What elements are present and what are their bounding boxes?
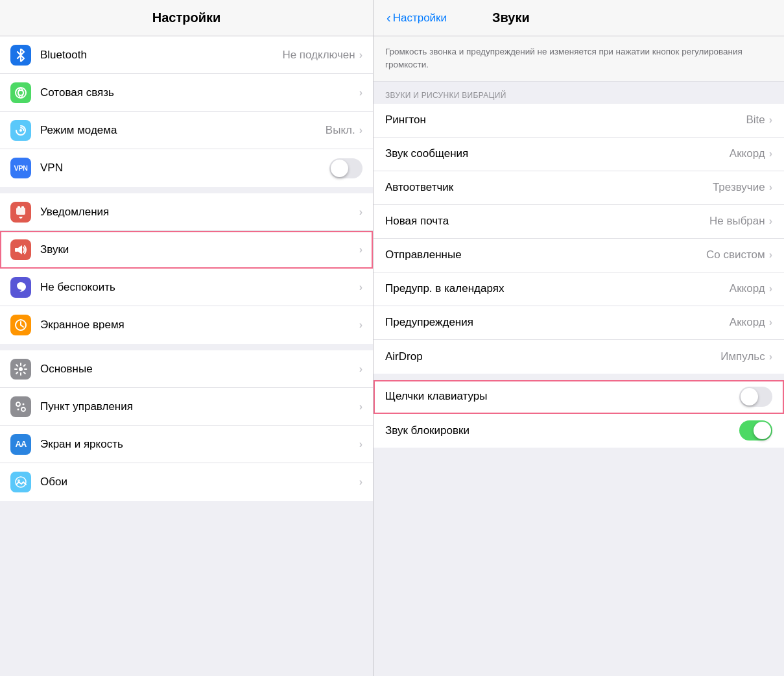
settings-item-dnd[interactable]: Не беспокоить ›	[0, 269, 373, 306]
settings-item-display[interactable]: AA Экран и яркость ›	[0, 426, 373, 463]
svg-point-13	[23, 403, 25, 405]
lock-sound-label: Звук блокировки	[385, 424, 739, 437]
spacer-1	[0, 187, 373, 193]
sounds-detail-panel: ‹ Настройки Звуки Громкость звонка и пре…	[373, 0, 784, 676]
bluetooth-label: Bluetooth	[40, 49, 282, 62]
calendar-chevron: ›	[769, 283, 772, 295]
bluetooth-chevron: ›	[359, 49, 362, 61]
answering-value: Трезвучие	[713, 181, 765, 194]
settings-group-connectivity: Bluetooth Не подключен › Сотовая связь ›	[0, 36, 373, 187]
control-icon	[10, 396, 31, 417]
settings-group-device: Основные › Пункт управления › AA	[0, 350, 373, 501]
svg-point-14	[16, 477, 26, 487]
vpn-label: VPN	[40, 162, 329, 175]
newmail-value: Не выбран	[709, 215, 765, 228]
message-label: Звук сообщения	[385, 147, 730, 160]
modem-value: Выкл.	[326, 124, 355, 137]
info-text: Громкость звонка и предупреждений не изм…	[385, 47, 742, 69]
ringtone-label: Рингтон	[385, 114, 746, 127]
calendar-label: Предупр. в календарях	[385, 282, 730, 295]
bluetooth-icon	[10, 45, 31, 66]
settings-list: Bluetooth Не подключен › Сотовая связь ›	[0, 36, 373, 676]
svg-point-11	[21, 407, 25, 411]
keyboard-clicks-toggle[interactable]	[739, 387, 772, 407]
vpn-toggle[interactable]	[329, 158, 362, 178]
svg-point-2	[19, 129, 22, 132]
right-panel-title: Звуки	[492, 10, 530, 25]
left-header: Настройки	[0, 0, 373, 36]
sounds-chevron: ›	[359, 244, 362, 256]
svg-rect-4	[18, 206, 20, 208]
general-icon	[10, 359, 31, 380]
toggle-items-group: Щелчки клавиатуры Звук блокировки	[374, 380, 784, 448]
settings-item-wallpaper[interactable]: Обои ›	[0, 463, 373, 501]
back-button[interactable]: ‹ Настройки	[386, 10, 447, 25]
sent-chevron: ›	[769, 249, 772, 261]
settings-item-sounds[interactable]: Звуки ›	[0, 231, 373, 269]
control-chevron: ›	[359, 401, 362, 413]
sounds-icon	[10, 239, 31, 260]
settings-item-control[interactable]: Пункт управления ›	[0, 388, 373, 426]
notifications-chevron: ›	[359, 206, 362, 218]
screentime-chevron: ›	[359, 319, 362, 331]
right-item-keyboard-clicks[interactable]: Щелчки клавиатуры	[374, 380, 784, 414]
modem-chevron: ›	[359, 125, 362, 136]
answering-label: Автоответчик	[385, 181, 713, 194]
sounds-label: Звуки	[40, 243, 359, 256]
calendar-value: Аккорд	[730, 282, 765, 295]
reminders-label: Предупреждения	[385, 316, 730, 329]
wallpaper-label: Обои	[40, 476, 359, 489]
back-chevron-icon: ‹	[386, 10, 391, 25]
info-box: Громкость звонка и предупреждений не изм…	[374, 36, 784, 82]
general-chevron: ›	[359, 363, 362, 375]
settings-item-vpn[interactable]: VPN VPN	[0, 149, 373, 187]
svg-point-12	[18, 408, 19, 410]
answering-chevron: ›	[769, 182, 772, 193]
display-label: Экран и яркость	[40, 438, 359, 451]
right-item-sent[interactable]: Отправленные Со свистом ›	[374, 239, 784, 272]
back-label: Настройки	[393, 12, 447, 25]
newmail-label: Новая почта	[385, 215, 709, 228]
dnd-label: Не беспокоить	[40, 281, 359, 294]
newmail-chevron: ›	[769, 215, 772, 227]
settings-item-bluetooth[interactable]: Bluetooth Не подключен ›	[0, 36, 373, 74]
svg-point-9	[19, 367, 23, 371]
settings-item-general[interactable]: Основные ›	[0, 350, 373, 388]
reminders-value: Аккорд	[730, 316, 765, 329]
right-item-answering[interactable]: Автоответчик Трезвучие ›	[374, 171, 784, 205]
settings-item-screentime[interactable]: Экранное время ›	[0, 306, 373, 344]
right-item-calendar[interactable]: Предупр. в календарях Аккорд ›	[374, 272, 784, 306]
message-value: Аккорд	[730, 147, 765, 160]
right-spacer	[374, 374, 784, 380]
airdrop-label: AirDrop	[385, 350, 720, 363]
right-item-ringtone[interactable]: Рингтон Bite ›	[374, 104, 784, 138]
bluetooth-value: Не подключен	[282, 49, 355, 62]
svg-rect-6	[15, 248, 18, 252]
section-header: ЗВУКИ И РИСУНКИ ВИБРАЦИЙ	[374, 82, 784, 104]
svg-rect-3	[16, 208, 25, 215]
vpn-icon: VPN	[10, 158, 31, 178]
right-item-newmail[interactable]: Новая почта Не выбран ›	[374, 205, 784, 239]
svg-rect-5	[21, 206, 24, 208]
notifications-icon	[10, 202, 31, 223]
airdrop-value: Импульс	[720, 350, 765, 363]
settings-panel: Настройки Bluetooth Не подключен ›	[0, 0, 373, 676]
wallpaper-chevron: ›	[359, 476, 362, 488]
svg-marker-7	[18, 245, 22, 254]
settings-group-system: Уведомления › Звуки ›	[0, 193, 373, 344]
settings-item-modem[interactable]: Режим модема Выкл. ›	[0, 112, 373, 149]
right-item-lock-sound[interactable]: Звук блокировки	[374, 414, 784, 448]
settings-item-notifications[interactable]: Уведомления ›	[0, 193, 373, 231]
keyboard-clicks-label: Щелчки клавиатуры	[385, 390, 739, 403]
display-chevron: ›	[359, 439, 362, 450]
sent-value: Со свистом	[706, 248, 765, 261]
lock-sound-toggle[interactable]	[739, 420, 772, 441]
left-panel-title: Настройки	[13, 10, 360, 25]
wallpaper-icon	[10, 472, 31, 492]
message-chevron: ›	[769, 148, 772, 160]
right-item-airdrop[interactable]: AirDrop Импульс ›	[374, 340, 784, 374]
right-item-reminders[interactable]: Предупреждения Аккорд ›	[374, 306, 784, 340]
right-item-message[interactable]: Звук сообщения Аккорд ›	[374, 138, 784, 171]
notifications-label: Уведомления	[40, 206, 359, 219]
settings-item-cellular[interactable]: Сотовая связь ›	[0, 74, 373, 112]
